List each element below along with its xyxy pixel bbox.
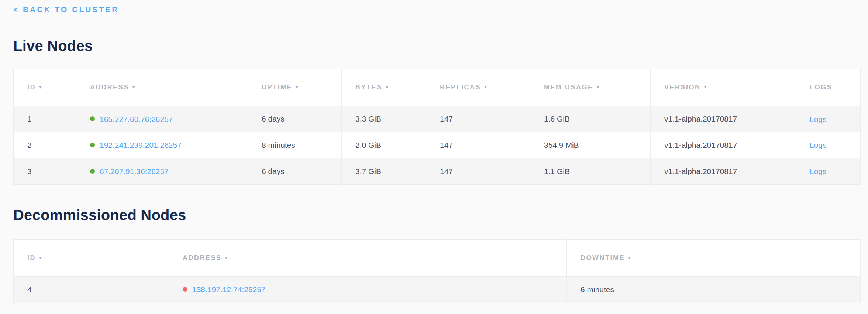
node-address-cell: 192.241.239.201:26257: [76, 132, 248, 158]
table-row: 2 192.241.239.201:26257 8 minutes 2.0 Gi…: [14, 132, 861, 158]
node-uptime-cell: 6 days: [248, 158, 342, 185]
column-header-downtime[interactable]: DOWNTIME▾: [567, 240, 861, 277]
logs-link[interactable]: Logs: [810, 167, 827, 175]
node-id-cell: 4: [14, 277, 169, 303]
decommissioned-nodes-header-row: ID▾ ADDRESS▾ DOWNTIME▾: [14, 240, 861, 277]
node-address-cell: 165.227.60.76:26257: [76, 106, 248, 132]
live-status-icon: [90, 169, 95, 174]
sort-arrow-icon: ▾: [386, 84, 389, 90]
decommissioned-nodes-table: ID▾ ADDRESS▾ DOWNTIME▾ 4 138.197.12.74:2…: [13, 239, 861, 303]
column-header-id[interactable]: ID▾: [14, 240, 169, 277]
table-row: 4 138.197.12.74:26257 6 minutes: [14, 277, 861, 303]
live-nodes-header-row: ID▾ ADDRESS▾ UPTIME▾ BYTES▾ REPLICAS▾: [14, 69, 861, 106]
column-header-logs: LOGS: [796, 69, 861, 106]
column-header-uptime[interactable]: UPTIME▾: [248, 69, 342, 106]
sort-arrow-icon: ▾: [704, 84, 708, 90]
decommissioned-status-icon: [183, 287, 187, 292]
column-header-replicas[interactable]: REPLICAS▾: [426, 69, 530, 106]
sort-arrow-icon: ▾: [39, 84, 43, 90]
node-replicas-cell: 147: [426, 158, 530, 185]
node-bytes-cell: 2.0 GiB: [342, 132, 426, 158]
node-mem-usage-cell: 1.1 GiB: [530, 158, 651, 185]
column-header-label: UPTIME: [262, 83, 292, 91]
node-downtime-cell: 6 minutes: [567, 277, 861, 303]
live-nodes-title: Live Nodes: [13, 37, 868, 55]
node-mem-usage-cell: 354.9 MiB: [530, 132, 651, 158]
column-header-label: BYTES: [355, 83, 382, 91]
column-header-label: ID: [27, 83, 36, 91]
node-id-cell: 3: [14, 158, 76, 185]
node-version-cell: v1.1-alpha.20170817: [651, 106, 796, 132]
nodes-page: < BACK TO CLUSTER Live Nodes ID▾ ADDRESS…: [0, 0, 868, 314]
decommissioned-nodes-title: Decommissioned Nodes: [13, 206, 868, 224]
column-header-label: VERSION: [664, 83, 701, 91]
node-replicas-cell: 147: [426, 132, 530, 158]
node-logs-cell: Logs: [796, 158, 861, 185]
sort-arrow-icon: ▾: [484, 84, 488, 90]
sort-arrow-icon: ▾: [628, 255, 632, 260]
node-address-link[interactable]: 165.227.60.76:26257: [100, 115, 173, 123]
column-header-version[interactable]: VERSION▾: [651, 69, 796, 106]
node-logs-cell: Logs: [796, 132, 861, 158]
live-nodes-section: Live Nodes ID▾ ADDRESS▾ UPTIME▾: [13, 37, 868, 185]
node-address-link[interactable]: 138.197.12.74:26257: [192, 286, 266, 294]
column-header-id[interactable]: ID▾: [14, 69, 76, 106]
node-version-cell: v1.1-alpha.20170817: [651, 132, 796, 158]
live-status-icon: [90, 143, 95, 147]
node-address-cell: 138.197.12.74:26257: [169, 277, 567, 303]
back-to-cluster-link[interactable]: < BACK TO CLUSTER: [13, 5, 119, 14]
sort-arrow-icon: ▾: [597, 84, 600, 90]
column-header-label: ADDRESS: [90, 83, 129, 91]
column-header-label: DOWNTIME: [581, 254, 625, 262]
decommissioned-nodes-section: Decommissioned Nodes ID▾ ADDRESS▾ DOWNTI…: [13, 206, 868, 303]
table-row: 3 67.207.91.36:26257 6 days 3.7 GiB 147 …: [14, 158, 861, 185]
column-header-bytes[interactable]: BYTES▾: [342, 69, 426, 106]
logs-link[interactable]: Logs: [810, 141, 827, 150]
column-header-mem-usage[interactable]: MEM USAGE▾: [530, 69, 651, 106]
node-replicas-cell: 147: [426, 106, 530, 132]
node-logs-cell: Logs: [796, 106, 861, 132]
node-address-cell: 67.207.91.36:26257: [76, 158, 248, 185]
sort-arrow-icon: ▾: [225, 255, 229, 260]
column-header-label: ID: [27, 254, 36, 262]
node-uptime-cell: 8 minutes: [248, 132, 342, 158]
column-header-label: LOGS: [810, 83, 832, 91]
column-header-address[interactable]: ADDRESS▾: [169, 240, 567, 277]
sort-arrow-icon: ▾: [296, 84, 299, 90]
sort-arrow-icon: ▾: [132, 84, 136, 90]
node-bytes-cell: 3.7 GiB: [342, 158, 426, 185]
column-header-label: REPLICAS: [440, 83, 481, 91]
node-bytes-cell: 3.3 GiB: [342, 106, 426, 132]
logs-link[interactable]: Logs: [810, 115, 827, 123]
node-id-cell: 1: [14, 106, 76, 132]
node-address-link[interactable]: 192.241.239.201:26257: [100, 141, 182, 150]
column-header-label: MEM USAGE: [544, 83, 593, 91]
node-mem-usage-cell: 1.6 GiB: [530, 106, 651, 132]
node-address-link[interactable]: 67.207.91.36:26257: [100, 167, 169, 175]
sort-arrow-icon: ▾: [39, 255, 43, 260]
live-nodes-table: ID▾ ADDRESS▾ UPTIME▾ BYTES▾ REPLICAS▾: [13, 69, 861, 185]
node-uptime-cell: 6 days: [248, 106, 342, 132]
column-header-address[interactable]: ADDRESS▾: [76, 69, 248, 106]
node-version-cell: v1.1-alpha.20170817: [651, 158, 796, 185]
live-status-icon: [90, 116, 95, 121]
node-id-cell: 2: [14, 132, 76, 158]
column-header-label: ADDRESS: [183, 254, 222, 262]
table-row: 1 165.227.60.76:26257 6 days 3.3 GiB 147…: [14, 106, 861, 132]
